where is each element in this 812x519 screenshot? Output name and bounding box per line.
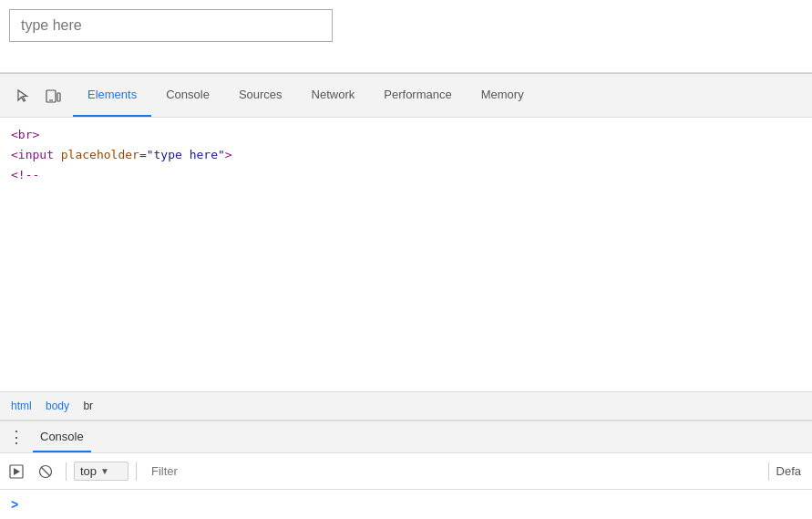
tag-input-open: < [11, 145, 18, 165]
console-tab-label[interactable]: Console [33, 421, 91, 452]
code-line-br[interactable]: <br> [11, 125, 801, 145]
page-input[interactable] [9, 9, 333, 42]
tab-network[interactable]: Network [297, 74, 370, 117]
attr-equals: = [139, 145, 147, 165]
console-filter-input[interactable] [144, 461, 761, 482]
console-execute-button[interactable] [4, 459, 29, 484]
chevron-down-icon: ▼ [100, 466, 109, 476]
tab-console[interactable]: Console [151, 74, 224, 117]
tag-input-name: input [18, 145, 54, 165]
console-prompt-icon: > [11, 497, 18, 512]
context-select[interactable]: top ▼ [74, 462, 128, 481]
console-section: ⋮ Console top ▼ [0, 420, 812, 519]
toolbar-icons [4, 83, 73, 109]
attr-placeholder: placeholder [61, 145, 139, 165]
breadcrumb-html[interactable]: html [11, 400, 32, 412]
code-view: <br> <input placeholder="type here"> <!-… [0, 118, 812, 391]
tab-memory[interactable]: Memory [467, 74, 539, 117]
code-line-comment[interactable]: <!-- [11, 165, 801, 185]
comment-tag: <!-- [11, 165, 39, 185]
code-line-input[interactable]: <input placeholder="type here"> [11, 145, 801, 165]
toolbar-separator-1 [66, 462, 67, 481]
console-header: ⋮ Console [0, 420, 812, 453]
breadcrumb-br: br [83, 400, 93, 412]
elements-panel: <br> <input placeholder="type here"> <!-… [0, 118, 812, 420]
breadcrumb-body[interactable]: body [46, 400, 69, 412]
console-input-area: > [0, 490, 812, 519]
svg-marker-4 [14, 468, 20, 475]
console-block-button[interactable] [33, 459, 58, 484]
tag-br: <br> [11, 125, 39, 145]
devtools-panel: Elements Console Sources Network Perform… [0, 73, 812, 519]
attr-value: "type here" [147, 145, 225, 165]
tag-input-close: > [225, 145, 232, 165]
default-label: Defa [776, 464, 808, 478]
browser-page [0, 0, 812, 73]
svg-line-6 [41, 467, 50, 476]
breadcrumb-sep-2 [75, 400, 77, 412]
tab-performance[interactable]: Performance [369, 74, 466, 117]
console-more-button[interactable]: ⋮ [0, 420, 33, 453]
breadcrumb-sep-1 [37, 400, 40, 412]
console-toolbar: top ▼ Defa [0, 453, 812, 490]
tab-sources[interactable]: Sources [224, 74, 297, 117]
breadcrumb: html body br [0, 391, 812, 420]
context-value: top [80, 464, 97, 478]
cursor-icon[interactable] [11, 83, 36, 109]
devtools-tabs: Elements Console Sources Network Perform… [73, 74, 539, 117]
devtools-toolbar: Elements Console Sources Network Perform… [0, 74, 812, 118]
filter-separator [768, 462, 769, 481]
device-icon[interactable] [40, 83, 66, 109]
svg-rect-1 [57, 93, 60, 101]
toolbar-separator-2 [136, 462, 137, 481]
tab-elements[interactable]: Elements [73, 74, 151, 117]
